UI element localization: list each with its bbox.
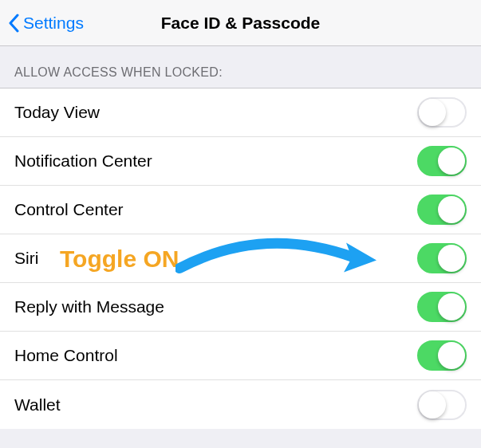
row-label: Wallet [14, 395, 61, 415]
row-reply-with-message: Reply with Message [0, 283, 481, 332]
toggle-control-center[interactable] [417, 195, 467, 225]
toggle-knob [419, 391, 446, 419]
toggle-knob [438, 245, 465, 272]
toggle-wallet[interactable] [417, 390, 467, 420]
row-label: Reply with Message [14, 297, 164, 316]
row-label: Today View [14, 103, 100, 122]
toggle-knob [438, 293, 465, 320]
back-button[interactable]: Settings [0, 14, 84, 33]
toggle-home-control[interactable] [417, 340, 467, 371]
toggle-knob [438, 196, 465, 223]
toggle-knob [419, 99, 446, 126]
row-home-control: Home Control [0, 332, 481, 380]
navigation-bar: Settings Face ID & Passcode [0, 0, 481, 46]
row-wallet: Wallet [0, 380, 481, 429]
svg-marker-0 [344, 243, 377, 273]
back-label: Settings [23, 14, 84, 33]
annotation-toggle-on: Toggle ON [60, 233, 379, 285]
chevron-left-icon [8, 14, 19, 33]
row-label: Control Center [14, 200, 124, 219]
toggle-today-view[interactable] [417, 97, 467, 128]
toggle-siri[interactable] [417, 243, 467, 273]
annotation-text: Toggle ON [60, 245, 179, 272]
toggle-notification-center[interactable] [417, 146, 467, 176]
toggle-reply-with-message[interactable] [417, 292, 467, 322]
row-control-center: Control Center [0, 186, 481, 234]
toggle-knob [438, 342, 465, 369]
row-label: Home Control [14, 346, 118, 365]
toggle-knob [438, 147, 465, 175]
row-siri: Siri Toggle ON [0, 234, 481, 283]
page-title: Face ID & Passcode [161, 14, 321, 33]
row-label: Siri [14, 249, 38, 268]
row-notification-center: Notification Center [0, 137, 481, 186]
row-label: Notification Center [14, 151, 152, 171]
row-today-view: Today View [0, 88, 481, 137]
settings-list: Today View Notification Center Control C… [0, 88, 481, 429]
arrow-right-icon [175, 233, 379, 285]
section-header: ALLOW ACCESS WHEN LOCKED: [0, 46, 481, 88]
